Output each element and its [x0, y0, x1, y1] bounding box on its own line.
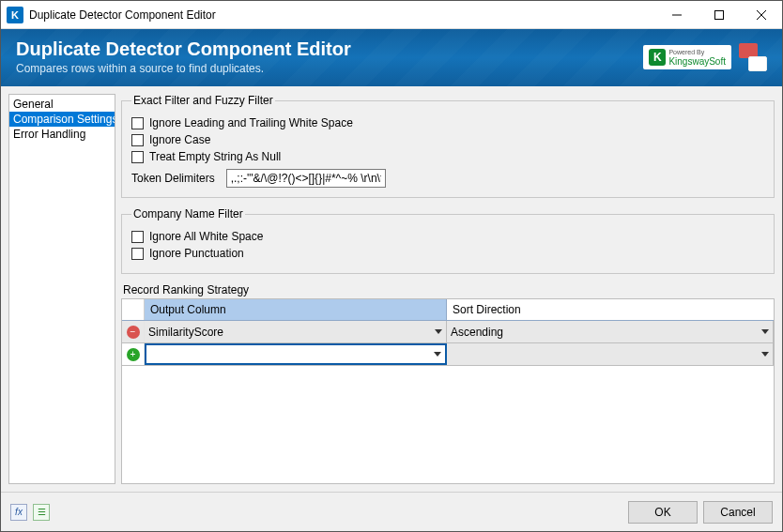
svg-marker-7 — [761, 352, 769, 357]
dialog-footer: fx ☰ OK Cancel — [1, 492, 782, 531]
ignore-leading-trailing-ws-label: Ignore Leading and Trailing White Space — [149, 116, 353, 129]
ignore-punctuation-checkbox[interactable] — [131, 248, 144, 260]
ranking-grid: Output Column Sort Direction − Similarit… — [121, 298, 775, 484]
chevron-down-icon — [435, 329, 442, 335]
treat-empty-null-checkbox[interactable] — [131, 151, 144, 163]
token-delimiters-input[interactable] — [226, 169, 386, 188]
titlebar: K Duplicate Detector Component Editor — [1, 1, 782, 29]
output-column-cell-new[interactable] — [145, 343, 447, 365]
cancel-button[interactable]: Cancel — [703, 501, 773, 524]
sidebar-item-error-handling[interactable]: Error Handling — [9, 127, 115, 142]
expression-button[interactable]: fx — [10, 504, 27, 521]
ok-button[interactable]: OK — [628, 501, 698, 524]
ignore-case-label: Ignore Case — [149, 133, 210, 146]
token-delimiters-label: Token Delimiters — [131, 172, 215, 185]
svg-marker-4 — [435, 329, 442, 334]
add-row-icon[interactable]: + — [127, 348, 140, 361]
company-filter-legend: Company Name Filter — [131, 207, 245, 220]
output-column-cell[interactable]: SimilarityScore — [145, 321, 447, 342]
col-header-sort[interactable]: Sort Direction — [447, 299, 774, 320]
sort-direction-cell-new[interactable] — [447, 343, 774, 365]
ignore-case-checkbox[interactable] — [131, 134, 144, 146]
window-title: Duplicate Detector Component Editor — [29, 8, 655, 22]
treat-empty-null-label: Treat Empty String As Null — [149, 150, 281, 163]
col-header-output[interactable]: Output Column — [145, 299, 447, 320]
exact-fuzzy-filter-group: Exact Filter and Fuzzy Filter Ignore Lea… — [121, 94, 775, 198]
component-icon — [739, 43, 767, 71]
minimize-button[interactable] — [655, 1, 698, 28]
ignore-all-ws-checkbox[interactable] — [131, 231, 144, 243]
company-name-filter-group: Company Name Filter Ignore All White Spa… — [121, 207, 775, 274]
exact-fuzzy-legend: Exact Filter and Fuzzy Filter — [131, 94, 275, 107]
chevron-down-icon — [761, 352, 769, 357]
ignore-all-ws-label: Ignore All White Space — [149, 230, 263, 243]
ranking-row-new: + — [122, 343, 774, 366]
svg-marker-5 — [761, 329, 769, 334]
ignore-punctuation-label: Ignore Punctuation — [149, 247, 244, 260]
app-window: K Duplicate Detector Component Editor Du… — [0, 0, 783, 532]
svg-line-2 — [757, 10, 766, 20]
header-banner: Duplicate Detector Component Editor Comp… — [1, 29, 782, 86]
chevron-down-icon — [434, 352, 441, 357]
page-title: Duplicate Detector Component Editor — [16, 38, 351, 60]
vendor-logo: K Powered ByKingswaySoft — [643, 45, 731, 69]
ranking-strategy-label: Record Ranking Strategy — [123, 283, 775, 296]
close-button[interactable] — [740, 1, 782, 28]
sidebar-item-general[interactable]: General — [9, 97, 115, 112]
maximize-button[interactable] — [698, 1, 740, 28]
svg-line-3 — [757, 10, 766, 20]
documentation-button[interactable]: ☰ — [33, 504, 50, 521]
remove-row-icon[interactable]: − — [127, 326, 140, 339]
svg-rect-1 — [714, 10, 723, 19]
chevron-down-icon — [761, 329, 769, 335]
ranking-row: − SimilarityScore Ascending — [122, 321, 774, 343]
app-icon: K — [7, 7, 23, 23]
ignore-leading-trailing-ws-checkbox[interactable] — [131, 117, 144, 129]
sort-direction-cell[interactable]: Ascending — [447, 321, 774, 342]
main-panel: Exact Filter and Fuzzy Filter Ignore Lea… — [121, 94, 775, 484]
nav-sidebar: General Comparison Settings Error Handli… — [8, 94, 115, 484]
sidebar-item-comparison-settings[interactable]: Comparison Settings — [9, 112, 115, 127]
page-subtitle: Compares rows within a source to find du… — [16, 62, 351, 75]
svg-marker-6 — [434, 352, 441, 357]
